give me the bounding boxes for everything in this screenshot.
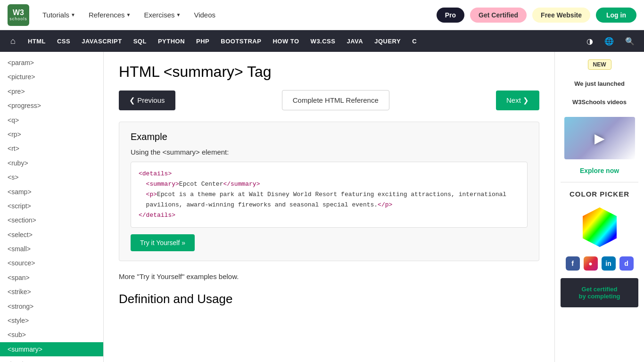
example-desc: Using the <summary> element: <box>131 148 528 156</box>
sidebar-item-rp[interactable]: <rp> <box>0 127 103 141</box>
code-text-epcot: Epcot Center <box>179 181 223 188</box>
sec-nav-javascript[interactable]: JAVASCRIPT <box>76 30 127 52</box>
sec-nav-w3css[interactable]: W3.CSS <box>305 30 341 52</box>
example-box: Example Using the <summary> element: <de… <box>119 122 539 261</box>
exercises-arrow-icon: ▼ <box>176 12 181 17</box>
new-badge: NEW <box>588 59 611 70</box>
tutorials-arrow-icon: ▼ <box>71 12 75 17</box>
free-website-button[interactable]: Free Website <box>532 8 590 23</box>
divider <box>561 182 638 182</box>
logo-w3-text: W3 <box>13 9 24 16</box>
play-icon: ▶ <box>594 131 605 146</box>
sidebar-item-param[interactable]: <param> <box>0 56 103 70</box>
home-icon-button[interactable]: ⌂ <box>4 30 22 52</box>
definition-usage-title: Definition and Usage <box>119 292 539 306</box>
code-block: <details> <summary>Epcot Center</summary… <box>131 162 528 228</box>
nav-buttons: ❮ Previous Complete HTML Reference Next … <box>119 90 539 110</box>
more-examples-text: More "Try it Yourself" examples below. <box>119 272 539 280</box>
sidebar-item-q[interactable]: <q> <box>0 113 103 127</box>
try-it-button[interactable]: Try it Yourself » <box>131 234 195 251</box>
right-sidebar: NEW We just launched W3Schools videos ▶ … <box>554 52 644 362</box>
sidebar-item-samp[interactable]: <samp> <box>0 185 103 199</box>
color-picker[interactable] <box>581 206 619 249</box>
globe-icon: 🌐 <box>604 37 614 46</box>
pro-button[interactable]: Pro <box>437 8 464 23</box>
theme-icon: ◑ <box>586 37 593 46</box>
sec-nav-python[interactable]: PYTHON <box>152 30 190 52</box>
search-button[interactable]: 🔍 <box>619 30 640 52</box>
page-title: HTML <summary> Tag <box>119 63 539 81</box>
theme-toggle-button[interactable]: ◑ <box>581 30 599 52</box>
get-cert-promo[interactable]: Get certified by completing <box>561 278 638 307</box>
language-button[interactable]: 🌐 <box>599 30 619 52</box>
sidebar-item-picture[interactable]: <picture> <box>0 70 103 84</box>
nav-exercises[interactable]: Exercises ▼ <box>140 9 185 21</box>
sec-nav-java[interactable]: JAVA <box>341 30 369 52</box>
instagram-icon[interactable]: ● <box>584 256 598 271</box>
color-picker-hexagon <box>581 206 619 249</box>
color-picker-title: COLOR PICKER <box>570 190 629 198</box>
svg-marker-0 <box>583 207 617 247</box>
code-tag-p-open: <p> <box>146 191 157 198</box>
sec-nav-html[interactable]: HTML <box>22 30 51 52</box>
sec-nav-sql[interactable]: SQL <box>128 30 152 52</box>
code-tag-details-open: <details> <box>139 170 172 177</box>
sec-nav-c[interactable]: C <box>406 30 422 52</box>
example-title: Example <box>131 132 528 142</box>
promo-text2: W3Schools videos <box>572 99 627 106</box>
home-icon: ⌂ <box>10 36 16 46</box>
video-thumbnail[interactable]: ▶ <box>564 117 635 159</box>
facebook-icon[interactable]: f <box>566 256 580 271</box>
sec-nav-howto[interactable]: HOW TO <box>267 30 305 52</box>
sidebar-item-source[interactable]: <source> <box>0 256 103 270</box>
explore-now-link[interactable]: Explore now <box>580 167 619 174</box>
nav-videos[interactable]: Videos <box>190 9 219 21</box>
cert-text: Get certified by completing <box>566 286 633 300</box>
sec-nav-jquery[interactable]: JQUERY <box>369 30 406 52</box>
nav-references[interactable]: References ▼ <box>85 9 135 21</box>
logo[interactable]: W3 schools <box>8 4 29 26</box>
code-text-p: Epcot is a theme park at Walt Disney Wor… <box>139 191 506 208</box>
nav-tutorials[interactable]: Tutorials ▼ <box>39 9 79 21</box>
search-icon: 🔍 <box>625 37 635 46</box>
sidebar-item-strike[interactable]: <strike> <box>0 285 103 299</box>
sidebar-item-sub[interactable]: <sub> <box>0 328 103 342</box>
prev-button[interactable]: ❮ Previous <box>119 90 175 110</box>
sidebar-item-span[interactable]: <span> <box>0 271 103 285</box>
secondary-nav: ⌂ HTML CSS JAVASCRIPT SQL PYTHON PHP BOO… <box>0 30 644 52</box>
sec-nav-css[interactable]: CSS <box>51 30 76 52</box>
sec-nav-php[interactable]: PHP <box>190 30 215 52</box>
sidebar-item-section[interactable]: <section> <box>0 213 103 227</box>
sec-nav-bootstrap[interactable]: BOOTSTRAP <box>215 30 267 52</box>
sidebar-item-strong[interactable]: <strong> <box>0 299 103 313</box>
linkedin-icon[interactable]: in <box>602 256 616 271</box>
sidebar-item-style[interactable]: <style> <box>0 313 103 328</box>
next-button[interactable]: Next ❯ <box>496 90 539 110</box>
code-tag-summary-close: </summary> <box>223 181 260 188</box>
sidebar-item-script[interactable]: <script> <box>0 199 103 213</box>
sidebar: <param> <picture> <pre> <progress> <q> <… <box>0 52 104 362</box>
main-content: HTML <summary> Tag ❮ Previous Complete H… <box>104 52 554 362</box>
sidebar-item-progress[interactable]: <progress> <box>0 99 103 113</box>
sidebar-item-select[interactable]: <select> <box>0 228 103 242</box>
references-arrow-icon: ▼ <box>126 12 131 17</box>
sidebar-item-summary[interactable]: <summary> <box>0 342 103 356</box>
discord-icon[interactable]: d <box>619 256 634 271</box>
sidebar-item-ruby[interactable]: <ruby> <box>0 156 103 170</box>
code-tag-details-close: </details> <box>139 212 175 219</box>
sidebar-item-pre[interactable]: <pre> <box>0 84 103 99</box>
sidebar-item-small[interactable]: <small> <box>0 242 103 256</box>
code-tag-p-close: </p> <box>378 201 392 208</box>
top-nav: W3 schools Tutorials ▼ References ▼ Exer… <box>0 0 644 30</box>
logo-schools-text: schools <box>9 16 27 21</box>
code-tag-summary-open: <summary> <box>146 181 179 188</box>
promo-text1: We just launched <box>574 80 625 87</box>
sidebar-item-s[interactable]: <s> <box>0 170 103 184</box>
sidebar-item-sup[interactable]: <sup> <box>0 356 103 362</box>
login-button[interactable]: Log in <box>596 8 636 23</box>
complete-reference-button[interactable]: Complete HTML Reference <box>282 90 389 110</box>
sidebar-item-rt[interactable]: <rt> <box>0 141 103 156</box>
social-icons: f ● in d <box>566 256 634 271</box>
get-certified-button[interactable]: Get Certified <box>470 8 527 23</box>
